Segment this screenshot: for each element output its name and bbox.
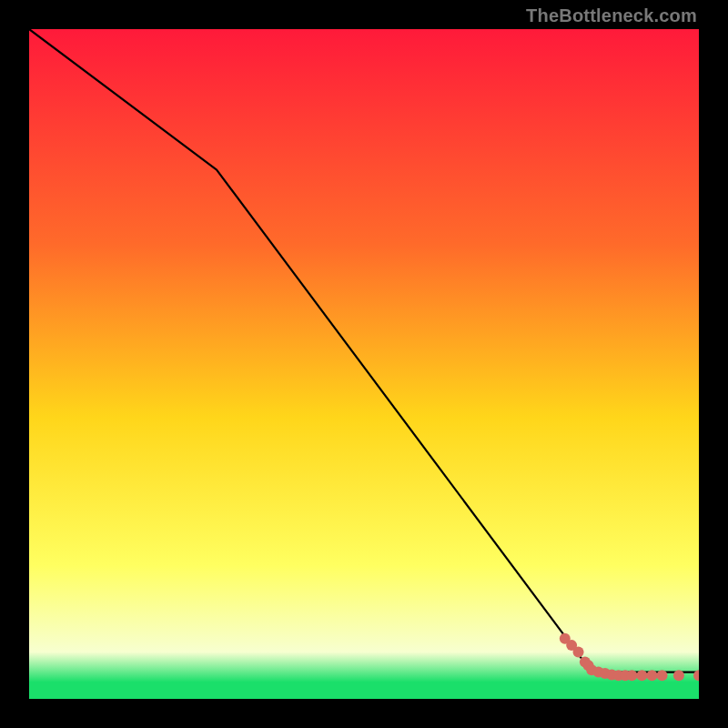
data-point bbox=[673, 670, 684, 681]
data-point bbox=[573, 646, 584, 657]
data-point bbox=[657, 670, 668, 681]
data-point bbox=[636, 670, 647, 681]
chart-plot bbox=[29, 29, 699, 699]
data-point bbox=[626, 670, 637, 681]
gradient-background bbox=[29, 29, 699, 699]
data-point bbox=[646, 670, 657, 681]
attribution-label: TheBottleneck.com bbox=[526, 5, 697, 26]
chart-stage: TheBottleneck.com bbox=[0, 0, 728, 728]
